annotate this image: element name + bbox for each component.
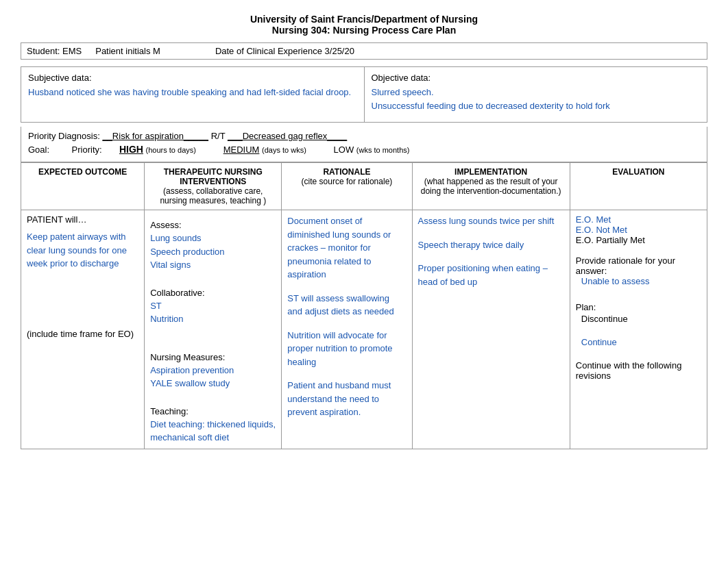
- unable-to-assess: Unable to assess: [581, 276, 701, 286]
- nursing-aspiration: Aspiration prevention: [150, 364, 276, 377]
- page-subtitle: Nursing 304: Nursing Process Care Plan: [21, 25, 707, 36]
- include-note: (include time frame for EO): [27, 329, 138, 339]
- subjective-col: Subjective data: Husband noticed she was…: [21, 67, 365, 122]
- medium-text: MEDIUM: [223, 145, 260, 155]
- collaborative-label: Collaborative:: [150, 288, 276, 298]
- teaching-label: Teaching:: [150, 406, 276, 416]
- continue-revisions: Continue with the following revisions: [576, 360, 701, 381]
- goal-line: Goal: Priority: HIGH (hours to days) MED…: [28, 144, 700, 155]
- continue-text: Continue: [581, 337, 701, 347]
- nursing-measures-label: Nursing Measures:: [150, 352, 276, 362]
- header-evaluation: EVALUATION: [570, 163, 707, 210]
- eo-met: E.O. Met: [576, 214, 701, 225]
- objective-col: Objective data: Slurred speech. Unsucces…: [365, 67, 707, 122]
- date-label: Date of Clinical Experience 3/25/20: [215, 46, 354, 56]
- high-sub: (hours to days): [146, 146, 196, 154]
- impl-3: Proper positioning when eating – head of…: [418, 262, 564, 288]
- table-header-row: EXPECTED OUTCOME THERAPEUITC NURSING INT…: [21, 163, 707, 210]
- student-info-bar: Student: EMS Patient initials M Date of …: [21, 42, 707, 60]
- student-label: Student: EMS: [27, 46, 82, 56]
- expected-outcome-text: Keep patent airways with clear lung soun…: [27, 230, 138, 271]
- evaluation-cell: E.O. Met E.O. Not Met E.O. Partially Met…: [570, 210, 707, 449]
- header-rationale: RATIONALE(cite source for rationale): [282, 163, 412, 210]
- rationale-2: ST will assess swallowing and adjust die…: [287, 292, 406, 318]
- rt-label: R/T: [211, 131, 226, 141]
- objective-label: Objective data:: [372, 73, 701, 83]
- provide-rationale: Provide rationale for your answer:: [576, 255, 701, 276]
- priority-label: Priority:: [72, 145, 102, 155]
- rationale-cell: Document onset of diminished lung sounds…: [282, 210, 412, 449]
- plan-label: Plan:: [576, 302, 701, 312]
- collaborative-st: ST: [150, 299, 276, 313]
- patient-initials: Patient initials M: [95, 46, 160, 56]
- header-expected: EXPECTED OUTCOME: [21, 163, 145, 210]
- high-text: HIGH: [119, 144, 143, 155]
- expected-outcome-cell: PATIENT will… Keep patent airways with c…: [21, 210, 145, 449]
- header-implementation: IMPLEMENTATION(what happened as the resu…: [412, 163, 570, 210]
- impl-1: Assess lung sounds twice per shift: [418, 214, 564, 228]
- diagnosis-section: Priority Diagnosis: __Risk for aspiratio…: [21, 127, 707, 162]
- assess-speech-production: Speech production: [150, 245, 276, 259]
- header-nursing: THERAPEUITC NURSING INTERVENTIONS(assess…: [145, 163, 282, 210]
- priority-diagnosis-line: Priority Diagnosis: __Risk for aspiratio…: [28, 131, 700, 141]
- priority-diagnosis-label: Priority Diagnosis:: [28, 131, 100, 141]
- medium-sub: (days to wks): [262, 146, 306, 154]
- header: University of Saint Francis/Department o…: [21, 14, 707, 36]
- goal-label: Goal:: [28, 145, 49, 155]
- assess-lung-sounds: Lung sounds: [150, 232, 276, 245]
- page-title: University of Saint Francis/Department o…: [21, 14, 707, 25]
- implementation-cell: Assess lung sounds twice per shift Speec…: [412, 210, 570, 449]
- diagnosis-text: __Risk for aspiration_____: [102, 131, 208, 141]
- patient-will-text: PATIENT will…: [27, 214, 138, 225]
- rationale-1: Document onset of diminished lung sounds…: [287, 214, 406, 282]
- rationale-4: Patient and husband must understand the …: [287, 379, 406, 419]
- low-text: LOW: [334, 145, 354, 155]
- nursing-interventions-cell: Assess: Lung sounds Speech production Vi…: [145, 210, 282, 449]
- collaborative-nutrition: Nutrition: [150, 312, 276, 326]
- eo-not-met: E.O. Not Met: [576, 225, 701, 235]
- low-sub: (wks to months): [356, 146, 410, 154]
- subjective-label: Subjective data:: [28, 73, 357, 83]
- table-row: PATIENT will… Keep patent airways with c…: [21, 210, 707, 449]
- page: University of Saint Francis/Department o…: [0, 0, 728, 463]
- discontinue-text: Discontinue: [581, 314, 701, 324]
- impl-2: Speech therapy twice daily: [418, 238, 564, 252]
- objective-text2: Unsuccessful feeding due to decreased de…: [372, 99, 701, 113]
- rationale-3: Nutrition will advocate for proper nutri…: [287, 329, 406, 369]
- eo-partially-met: E.O. Partially Met: [576, 235, 701, 245]
- nursing-yale: YALE swallow study: [150, 377, 276, 390]
- assess-vital-signs: Vital signs: [150, 258, 276, 272]
- data-section: Subjective data: Husband noticed she was…: [21, 66, 707, 123]
- subjective-text: Husband noticed she was having trouble s…: [28, 86, 357, 99]
- objective-text1: Slurred speech.: [372, 86, 701, 99]
- rt-text: ___Decreased gag reflex____: [228, 131, 347, 141]
- assess-label: Assess:: [150, 220, 276, 230]
- main-table: EXPECTED OUTCOME THERAPEUITC NURSING INT…: [21, 162, 707, 449]
- teaching-diet: Diet teaching: thickened liquids, mechan…: [150, 418, 276, 445]
